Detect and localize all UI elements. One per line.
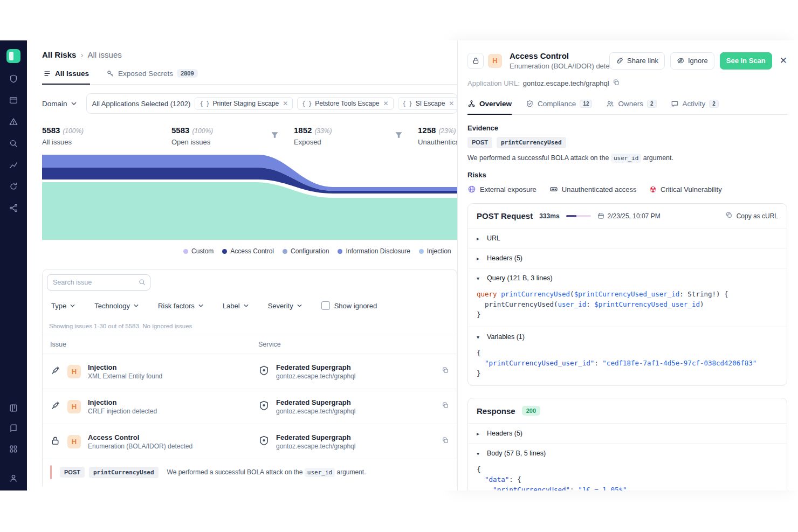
- tab-all-issues-label: All Issues: [55, 70, 89, 78]
- graphql-braces-icon: { }: [200, 101, 209, 107]
- legend-dot: [419, 249, 424, 254]
- response-card: Response 200 ▸ Headers (5) ▾ Body (57 B,…: [467, 398, 787, 490]
- filter-funnel-icon[interactable]: [395, 131, 403, 141]
- application-chip[interactable]: { } SI Escape ✕: [398, 97, 457, 110]
- column-service[interactable]: Service: [258, 341, 449, 348]
- caret-collapsed-icon: ▸: [477, 431, 482, 437]
- tab-all-issues[interactable]: All Issues: [42, 69, 90, 84]
- chat-bubble-icon: [671, 100, 679, 108]
- copy-icon[interactable]: [442, 402, 449, 411]
- supergraph-icon: [258, 365, 270, 378]
- legend-item[interactable]: Configuration: [283, 247, 329, 255]
- service-url: gontoz.escape.tech/graphql: [276, 372, 355, 380]
- tab-activity[interactable]: Activity 2: [671, 100, 719, 114]
- legend-item[interactable]: Access Control: [222, 247, 274, 255]
- response-headers-section[interactable]: ▸ Headers (5): [468, 424, 787, 443]
- legend-item[interactable]: Information Disclosure: [338, 247, 410, 255]
- stats-row: 5583(100%) All issues 5583(100%) Open is…: [42, 126, 457, 146]
- reports-chart-icon[interactable]: [9, 160, 18, 170]
- board-kanban-icon[interactable]: [9, 403, 18, 413]
- severity-filter-dropdown[interactable]: Severity: [268, 302, 302, 310]
- tab-overview[interactable]: Overview: [467, 100, 512, 114]
- integrations-nodes-icon[interactable]: [9, 203, 18, 213]
- tab-exposed-secrets[interactable]: Exposed Secrets 2809: [105, 69, 199, 84]
- hub-grid-icon[interactable]: [9, 444, 18, 454]
- request-headers-section[interactable]: ▸ Headers (5): [468, 248, 787, 268]
- application-chip[interactable]: { } Printer Staging Escape ✕: [195, 97, 293, 110]
- docs-book-icon[interactable]: [9, 424, 18, 433]
- show-ignored-checkbox[interactable]: [321, 301, 330, 310]
- sitemap-icon: [467, 100, 476, 108]
- close-panel-icon[interactable]: ✕: [780, 56, 787, 65]
- applications-window-icon[interactable]: [9, 95, 18, 105]
- ignore-button[interactable]: Ignore: [670, 52, 714, 70]
- caret-expanded-icon: ▾: [477, 334, 482, 340]
- applications-filter[interactable]: All Applications Selected (1202) { } Pri…: [86, 93, 457, 114]
- chart-legend: Custom Access Control Configuration Info…: [42, 247, 457, 255]
- response-title: Response: [477, 406, 515, 416]
- service-cell: Federated Supergraph gontoz.escape.tech/…: [258, 363, 449, 380]
- share-link-button[interactable]: Share link: [609, 52, 665, 70]
- legend-item[interactable]: Custom: [183, 247, 214, 255]
- table-row[interactable]: H Injection XML External Entity found Fe…: [43, 354, 457, 389]
- panel-title: Access Control: [510, 51, 605, 60]
- risk-external-exposure: External exposure: [467, 185, 536, 194]
- label-filter-dropdown[interactable]: Label: [223, 302, 249, 310]
- request-url-section[interactable]: ▸ URL: [468, 229, 787, 248]
- secrets-key-icon: [106, 70, 114, 78]
- severity-badge: H: [67, 400, 81, 413]
- remove-chip-icon[interactable]: ✕: [283, 100, 288, 107]
- sidebar-bottom-icons: [9, 403, 18, 483]
- copy-icon[interactable]: [442, 437, 449, 446]
- issue-subtitle: XML External Entity found: [88, 372, 162, 380]
- stat-value: 5583: [42, 126, 60, 135]
- application-chip[interactable]: { } Petstore Tools Escape ✕: [297, 97, 393, 110]
- legend-label: Access Control: [230, 247, 274, 255]
- service-cell: Federated Supergraph gontoz.escape.tech/…: [258, 433, 449, 450]
- show-ignored-toggle[interactable]: Show ignored: [321, 301, 377, 310]
- rescan-refresh-icon[interactable]: [9, 182, 18, 191]
- alerts-warning-icon[interactable]: [9, 117, 18, 127]
- severity-badge: H: [67, 365, 81, 378]
- response-body-section[interactable]: ▾ Body (57 B, 5 lines): [468, 443, 787, 463]
- caret-collapsed-icon: ▸: [477, 255, 482, 261]
- filter-funnel-icon[interactable]: [271, 131, 279, 141]
- stat-percent: (100%): [192, 127, 213, 135]
- issue-cell: H Injection CRLF injection detected: [50, 398, 258, 415]
- see-in-scan-button[interactable]: See in Scan: [720, 52, 772, 70]
- account-user-icon[interactable]: [9, 473, 18, 483]
- domain-dropdown[interactable]: Domain: [42, 100, 77, 108]
- response-card-header: Response 200: [468, 398, 787, 424]
- legend-item[interactable]: Injection: [419, 247, 451, 255]
- risk-factors-filter-dropdown[interactable]: Risk factors: [158, 302, 203, 310]
- remove-chip-icon[interactable]: ✕: [449, 100, 454, 107]
- evidence-text-after: argument.: [337, 468, 366, 476]
- copy-url-icon[interactable]: [613, 79, 620, 88]
- request-query-section[interactable]: ▾ Query (121 B, 3 lines): [468, 268, 787, 288]
- exposed-secrets-count-badge: 2809: [177, 69, 197, 78]
- technology-filter-dropdown[interactable]: Technology: [94, 302, 139, 310]
- lock-icon: [50, 436, 60, 448]
- request-duration: 333ms: [539, 212, 559, 220]
- risks-row: External exposure Unauthenticated access…: [467, 185, 787, 194]
- search-icon[interactable]: [9, 139, 18, 148]
- table-row[interactable]: H Injection CRLF injection detected Fede…: [43, 389, 457, 424]
- tab-compliance[interactable]: Compliance 12: [526, 100, 592, 114]
- main-tabs: All Issues Exposed Secrets 2809: [42, 69, 457, 85]
- copy-icon[interactable]: [442, 367, 449, 376]
- risk-label: External exposure: [480, 185, 536, 194]
- request-variables-section[interactable]: ▾ Variables (1): [468, 327, 787, 347]
- tab-owners[interactable]: Owners 2: [606, 100, 656, 114]
- escape-logo[interactable]: [6, 49, 20, 63]
- risks-shield-icon[interactable]: [9, 74, 18, 84]
- copy-as-curl-button[interactable]: Copy as cURL: [725, 211, 778, 220]
- remove-chip-icon[interactable]: ✕: [383, 100, 389, 107]
- stat-value: 1258: [418, 126, 436, 135]
- stat-percent: (23%): [438, 127, 456, 135]
- breadcrumb-all-risks[interactable]: All Risks: [42, 50, 76, 59]
- search-issue-input[interactable]: [47, 274, 150, 291]
- column-issue[interactable]: Issue: [50, 341, 258, 348]
- table-row-selected[interactable]: H Access Control Enumeration (BOLA/IDOR)…: [43, 424, 457, 459]
- type-filter-dropdown[interactable]: Type: [51, 302, 75, 310]
- evidence-text-before: We performed a successful BOLA attack on…: [167, 468, 303, 476]
